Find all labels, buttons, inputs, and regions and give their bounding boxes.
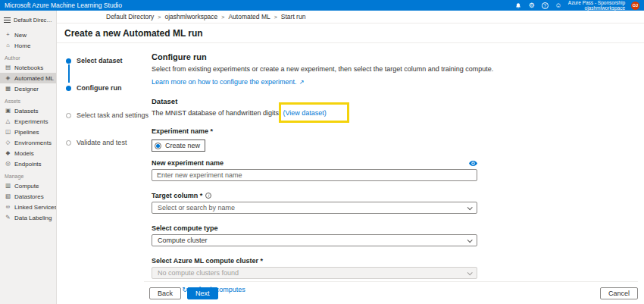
footer-divider xyxy=(144,281,638,282)
target-column-dropdown[interactable]: Select or search by name xyxy=(152,202,477,214)
breadcrumb-item-ojashmlworkspace[interactable]: ojashmlworkspace xyxy=(164,13,217,20)
sidebar-item-models[interactable]: ◆Models xyxy=(0,148,56,158)
settings-gear-icon[interactable]: ⚙ xyxy=(528,2,536,10)
create-new-radio[interactable]: Create new xyxy=(152,139,205,152)
new-experiment-name-label: New experiment name xyxy=(152,159,224,167)
dataset-label: Dataset xyxy=(152,97,477,105)
sidebar-section-assets: Assets xyxy=(0,94,56,105)
hamburger-menu-icon[interactable] xyxy=(4,17,11,23)
sidebar-item-notebooks[interactable]: ▤Notebooks xyxy=(0,62,56,73)
sidebar-item-label: Environments xyxy=(14,139,52,146)
sidebar-item-automated-ml[interactable]: ◈Automated ML xyxy=(0,73,56,83)
environments-icon: ◇ xyxy=(5,139,11,146)
step-indicator xyxy=(66,86,71,91)
sidebar-item-label: Home xyxy=(14,42,30,49)
form-description: Select from existing experiments or crea… xyxy=(152,65,477,73)
experiment-name-label: Experiment name * xyxy=(152,127,477,135)
chevron-down-icon xyxy=(467,205,473,210)
sidebar-item-label: Automated ML xyxy=(14,75,54,82)
create-new-radio-label: Create new xyxy=(165,142,200,149)
footer-actions: Back Next Cancel xyxy=(149,287,638,299)
breadcrumb-separator: > xyxy=(158,14,161,20)
target-column-label-row: Target column * i xyxy=(152,192,477,199)
azure-ml-studio-window: Microsoft Azure Machine Learning Studio … xyxy=(0,0,644,304)
breadcrumb-separator: > xyxy=(274,14,277,20)
designer-icon: ▦ xyxy=(5,86,11,92)
account-info: Azure Pass - Sponsorship ojashmlworkspac… xyxy=(568,0,625,11)
step-select-task-and-settings[interactable]: Select task and settings xyxy=(66,111,157,119)
step-label: Configure run xyxy=(77,84,122,92)
sidebar-section-author: Author xyxy=(0,51,56,62)
plus-icon: + xyxy=(5,32,11,38)
step-configure-run[interactable]: Configure run xyxy=(66,84,157,92)
sidebar-item-label: Designer xyxy=(14,86,39,92)
sidebar-item-datastores[interactable]: ▧Datastores xyxy=(0,191,56,202)
compute-cluster-dropdown[interactable]: No compute clusters found xyxy=(152,267,477,279)
compute-type-label: Select compute type xyxy=(152,224,477,232)
models-icon: ◆ xyxy=(5,150,11,156)
sidebar-item-label: Compute xyxy=(14,183,39,190)
breadcrumb-separator: > xyxy=(221,14,224,20)
breadcrumb-item-automated-ml[interactable]: Automated ML xyxy=(228,13,270,20)
account-workspace: ojashmlworkspace xyxy=(568,5,625,11)
main-content: Select datasetConfigure runSelect task a… xyxy=(57,43,644,304)
new-experiment-name-input[interactable] xyxy=(152,169,477,181)
dataset-line: The MNIST database of handwritten digits… xyxy=(152,109,477,117)
sidebar-nav: +New⌂HomeAuthor▤Notebooks◈Automated ML▦D… xyxy=(0,30,56,223)
step-indicator xyxy=(66,113,71,118)
view-dataset-link[interactable]: (View dataset) xyxy=(283,109,326,117)
sidebar-item-label: Linked Services xyxy=(14,204,56,211)
sidebar-item-endpoints[interactable]: ◎Endpoints xyxy=(0,158,56,169)
step-connector xyxy=(68,64,70,83)
info-icon[interactable]: i xyxy=(205,193,211,199)
app-title: Microsoft Azure Machine Learning Studio xyxy=(5,2,122,9)
compute-icon: ▥ xyxy=(5,183,11,189)
sidebar-item-data-labeling[interactable]: ✎Data Labeling xyxy=(0,212,56,223)
dataset-text: The MNIST database of handwritten digits… xyxy=(152,109,280,117)
sidebar-item-environments[interactable]: ◇Environments xyxy=(0,137,56,148)
datastores-icon: ▧ xyxy=(5,193,11,199)
cancel-button[interactable]: Cancel xyxy=(600,287,638,299)
sidebar-item-label: Endpoints xyxy=(14,161,42,168)
configure-run-form: Configure run Select from existing exper… xyxy=(152,52,477,293)
sidebar-item-label: New xyxy=(14,32,27,39)
compute-type-dropdown[interactable]: Compute cluster xyxy=(152,234,477,246)
sidebar-item-label: Data Labeling xyxy=(14,215,52,221)
sidebar-item-new[interactable]: +New xyxy=(0,30,56,40)
sidebar-item-linked-services[interactable]: ∞Linked Services xyxy=(0,202,56,212)
feedback-smiley-icon[interactable]: ☺ xyxy=(555,2,562,10)
breadcrumb-item-default-directory[interactable]: Default Directory xyxy=(106,13,154,20)
compute-cluster-label: Select Azure ML compute cluster * xyxy=(152,257,477,265)
sidebar-item-label: Datasets xyxy=(14,108,39,114)
linked-services-icon: ∞ xyxy=(5,204,11,210)
sidebar: Default Directory +New⌂HomeAuthor▤Notebo… xyxy=(0,11,57,304)
eye-icon[interactable] xyxy=(469,161,477,166)
notifications-bell-icon[interactable] xyxy=(514,2,522,10)
sidebar-item-home[interactable]: ⌂Home xyxy=(0,40,56,51)
breadcrumb-item-start-run: Start run xyxy=(281,13,306,20)
step-label: Select task and settings xyxy=(77,111,148,119)
avatar[interactable]: OJ xyxy=(631,2,639,10)
target-column-placeholder: Select or search by name xyxy=(158,204,235,212)
compute-cluster-value: No compute clusters found xyxy=(158,269,239,277)
sidebar-item-compute[interactable]: ▥Compute xyxy=(0,180,56,191)
step-indicator xyxy=(66,140,71,146)
radio-selected-icon xyxy=(155,143,161,149)
home-icon: ⌂ xyxy=(5,42,11,49)
step-select-dataset[interactable]: Select dataset xyxy=(66,57,157,64)
back-button[interactable]: Back xyxy=(149,287,181,299)
sidebar-item-pipelines[interactable]: ◫Pipelines xyxy=(0,127,56,137)
learn-more-text: Learn more on how to configure the exper… xyxy=(152,78,297,86)
learn-more-link[interactable]: Learn more on how to configure the exper… xyxy=(152,78,304,86)
data-labeling-icon: ✎ xyxy=(5,215,11,221)
step-validate-and-test[interactable]: Validate and test xyxy=(66,139,157,146)
top-bar: Microsoft Azure Machine Learning Studio … xyxy=(0,0,644,11)
stepper: Select datasetConfigure runSelect task a… xyxy=(66,57,157,166)
help-icon[interactable]: ? xyxy=(542,2,549,9)
next-button[interactable]: Next xyxy=(187,287,218,299)
sidebar-item-designer[interactable]: ▦Designer xyxy=(0,83,56,94)
sidebar-item-label: Pipelines xyxy=(14,129,39,136)
sidebar-item-datasets[interactable]: ▣Datasets xyxy=(0,105,56,116)
sidebar-item-experiments[interactable]: △Experiments xyxy=(0,116,56,127)
breadcrumb: Default Directory>ojashmlworkspace>Autom… xyxy=(57,11,644,24)
